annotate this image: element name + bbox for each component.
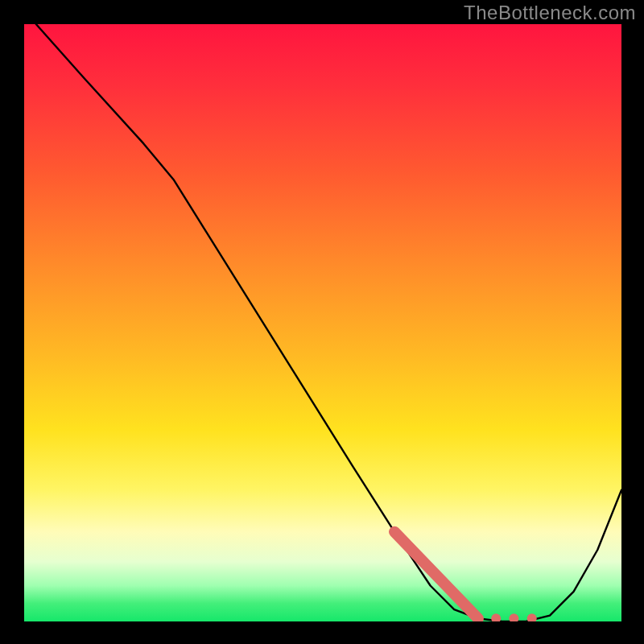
highlight-dot	[527, 613, 537, 621]
curve-line	[36, 24, 621, 621]
highlight-dot	[509, 613, 518, 621]
highlight-dots	[491, 613, 537, 621]
watermark-text: TheBottleneck.com	[464, 2, 636, 24]
highlight-dot	[491, 613, 501, 621]
chart-frame: TheBottleneck.com	[0, 0, 644, 644]
highlight-segment	[394, 532, 478, 619]
chart-overlay	[24, 24, 621, 621]
